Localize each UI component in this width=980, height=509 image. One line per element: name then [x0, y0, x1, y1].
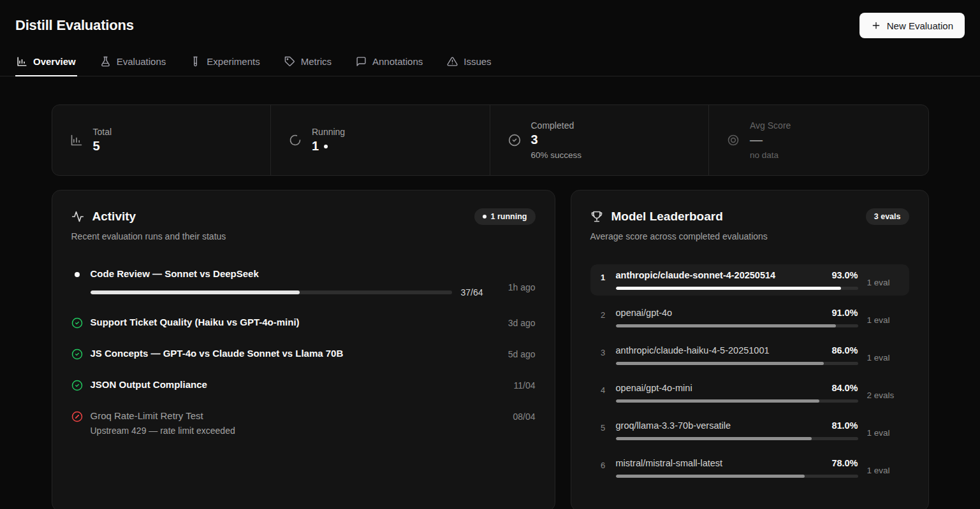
warning-icon	[447, 56, 458, 67]
activity-subtitle: Recent evaluation runs and their status	[71, 231, 536, 241]
eval-count: 1 eval	[867, 458, 902, 478]
rank-number: 2	[598, 310, 608, 327]
stat-total: Total 5	[52, 105, 272, 175]
tab-label: Annotations	[372, 56, 423, 67]
leaderboard-row[interactable]: 6 mistral/mistral-small-latest 78.0% 1 e…	[590, 452, 909, 484]
page-title: Distill Evaluations	[15, 17, 134, 34]
tab-label: Issues	[464, 56, 491, 67]
stat-label: Completed	[531, 120, 582, 131]
tab-bar: Overview Evaluations Experiments Metrics…	[0, 50, 980, 76]
run-title: Support Ticket Quality (Haiku vs GPT-4o-…	[91, 317, 483, 327]
running-dot	[324, 145, 328, 148]
eval-count: 1 eval	[867, 420, 902, 440]
tab-overview[interactable]: Overview	[15, 50, 77, 76]
rank-number: 4	[598, 385, 608, 403]
model-name: openai/gpt-4o-mini	[616, 383, 692, 393]
plus-icon	[871, 20, 881, 31]
check-circle-icon	[71, 317, 83, 329]
leaderboard-row[interactable]: 1 anthropic/claude-sonnet-4-20250514 93.…	[590, 264, 909, 296]
leaderboard-panel: Model Leaderboard 3 evals Average score …	[571, 190, 929, 509]
score-bar	[616, 475, 858, 478]
stat-label: Avg Score	[750, 120, 791, 131]
run-progress-bar	[91, 290, 453, 294]
model-score: 81.0%	[831, 420, 858, 431]
eval-count: 2 evals	[867, 383, 902, 403]
rank-number: 5	[598, 423, 608, 440]
leaderboard-header: Model Leaderboard 3 evals	[590, 208, 909, 225]
activity-title: Activity	[92, 210, 136, 224]
run-title: Groq Rate-Limit Retry Test	[91, 410, 483, 421]
model-score: 84.0%	[831, 383, 858, 393]
new-evaluation-button[interactable]: New Evaluation	[859, 13, 965, 38]
tab-label: Overview	[33, 56, 76, 67]
model-score: 93.0%	[831, 270, 858, 280]
activity-item-error[interactable]: Groq Rate-Limit Retry Test Upstream 429 …	[71, 410, 536, 436]
stat-running: Running 1	[271, 105, 490, 175]
stat-subtext: no data	[750, 150, 791, 160]
leaderboard-subtitle: Average score across completed evaluatio…	[590, 231, 909, 241]
evals-count-badge: 3 evals	[866, 208, 909, 225]
tab-label: Experiments	[207, 56, 260, 67]
score-bar	[616, 287, 858, 290]
model-score: 91.0%	[831, 308, 858, 318]
target-icon	[727, 134, 740, 147]
score-bar	[616, 324, 858, 327]
tab-experiments[interactable]: Experiments	[189, 50, 261, 76]
running-count-badge: 1 running	[474, 208, 536, 225]
stat-subtext: 60% success	[531, 150, 582, 160]
leaderboard-title: Model Leaderboard	[611, 210, 723, 224]
tag-icon	[284, 56, 295, 67]
run-timestamp: 11/04	[491, 380, 536, 391]
eval-count: 1 eval	[867, 270, 902, 290]
model-score: 86.0%	[831, 345, 858, 355]
pulse-icon	[71, 210, 84, 223]
run-timestamp: 1h ago	[491, 282, 536, 298]
activity-item-success[interactable]: JS Concepts — GPT-4o vs Claude Sonnet vs…	[71, 348, 536, 360]
comment-icon	[356, 56, 367, 67]
stat-value: 5	[93, 139, 112, 154]
tab-evaluations[interactable]: Evaluations	[99, 50, 168, 76]
tab-issues[interactable]: Issues	[446, 50, 492, 76]
model-name: openai/gpt-4o	[616, 308, 673, 318]
run-title: Code Review — Sonnet vs DeepSeek	[91, 268, 483, 279]
run-timestamp: 5d ago	[491, 349, 536, 360]
tab-annotations[interactable]: Annotations	[355, 50, 424, 76]
leaderboard-row[interactable]: 2 openai/gpt-4o 91.0% 1 eval	[590, 302, 909, 333]
eval-count: 1 eval	[867, 308, 902, 327]
bar-chart-icon	[17, 56, 27, 67]
x-circle-icon	[71, 411, 83, 422]
spinner-icon	[289, 134, 302, 147]
bar-chart-icon	[70, 134, 83, 147]
stat-value: 1	[312, 139, 345, 154]
running-dot	[483, 215, 486, 219]
score-bar	[616, 362, 858, 365]
activity-item-success[interactable]: JSON Output Compliance 11/04	[71, 379, 536, 391]
leaderboard-list: 1 anthropic/claude-sonnet-4-20250514 93.…	[590, 264, 909, 484]
check-circle-icon	[71, 348, 83, 360]
check-circle-icon	[71, 380, 83, 391]
activity-item-success[interactable]: Support Ticket Quality (Haiku vs GPT-4o-…	[71, 317, 536, 329]
leaderboard-row[interactable]: 3 anthropic/claude-haiku-4-5-20251001 86…	[590, 340, 909, 371]
tab-label: Evaluations	[117, 56, 166, 67]
eval-count: 1 eval	[867, 345, 902, 365]
trophy-icon	[590, 210, 603, 223]
activity-panel: Activity 1 running Recent evaluation run…	[52, 190, 555, 509]
stats-row: Total 5 Running 1 Completed 3	[52, 104, 929, 176]
rank-number: 6	[598, 461, 608, 478]
leaderboard-row[interactable]: 5 groq/llama-3.3-70b-versatile 81.0% 1 e…	[590, 415, 909, 446]
run-title: JSON Output Compliance	[91, 379, 483, 390]
stat-value: 3	[531, 133, 582, 147]
flask-icon	[100, 56, 111, 67]
activity-list: Code Review — Sonnet vs DeepSeek 37/64 1…	[71, 268, 536, 436]
model-name: mistral/mistral-small-latest	[616, 458, 723, 468]
stat-label: Total	[93, 127, 112, 137]
score-bar	[616, 399, 858, 403]
tab-label: Metrics	[301, 56, 332, 67]
activity-item-running[interactable]: Code Review — Sonnet vs DeepSeek 37/64 1…	[71, 268, 536, 298]
model-name: anthropic/claude-haiku-4-5-20251001	[616, 345, 770, 355]
tab-metrics[interactable]: Metrics	[283, 50, 333, 76]
rank-number: 3	[598, 348, 608, 365]
check-circle-icon	[508, 134, 521, 147]
leaderboard-row[interactable]: 4 openai/gpt-4o-mini 84.0% 2 evals	[590, 377, 909, 408]
activity-header: Activity 1 running	[71, 208, 536, 225]
